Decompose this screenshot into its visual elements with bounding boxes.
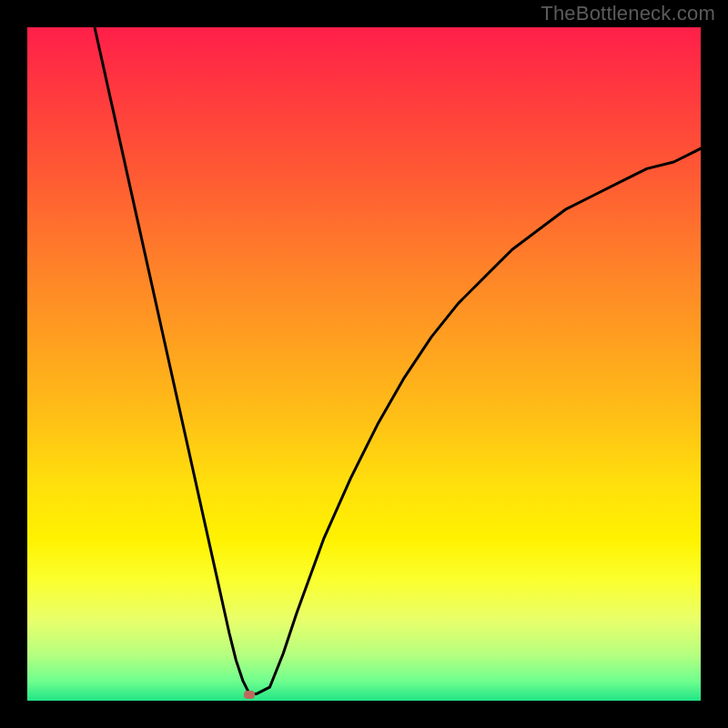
- plot-area: [27, 27, 701, 701]
- chart-frame: TheBottleneck.com: [0, 0, 728, 728]
- optimum-marker: [244, 691, 255, 699]
- bottleneck-curve: [27, 27, 701, 701]
- watermark-text: TheBottleneck.com: [541, 2, 715, 25]
